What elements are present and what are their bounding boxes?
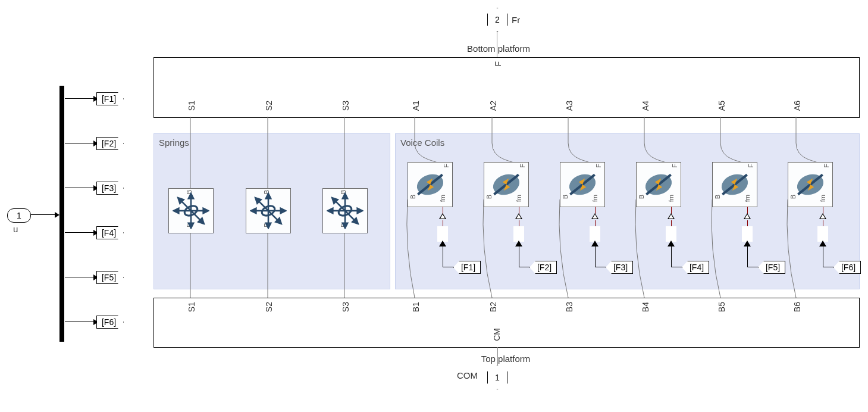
svg-marker-19 <box>251 208 256 213</box>
spring-icon <box>173 192 209 229</box>
vc3-solid-arrow <box>591 241 598 246</box>
spring-block-1: B F <box>168 188 214 233</box>
svg-marker-30 <box>343 223 347 228</box>
tp-b3: B3 <box>565 302 574 312</box>
top-platform-box: S1 S2 S3 B1 B2 B3 B4 B5 B6 CM <box>153 298 860 348</box>
voice-coil-icon <box>488 166 525 203</box>
vc6-conn1b <box>823 220 823 226</box>
vc5-conn1b <box>747 220 748 226</box>
diagram-canvas: 1 u [F1] [F2] [F3] [F4] [F5] [F6] Bottom… <box>0 0 868 412</box>
vc5-solid-arrow <box>744 241 751 246</box>
vc1-conn2 <box>443 246 443 267</box>
vc2-conn1b <box>519 220 519 226</box>
svg-marker-4 <box>189 223 193 228</box>
vc3-converter <box>590 226 600 242</box>
vc4-conn1b <box>671 220 672 226</box>
vc2-open-arrow <box>515 213 522 219</box>
vc2-conn3 <box>519 267 529 267</box>
vc1-converter <box>437 226 448 242</box>
voice-coil-6: F B fm <box>788 162 833 207</box>
voice-coil-icon <box>640 166 677 203</box>
vc3-conn1b <box>595 220 596 226</box>
vc3-conn2 <box>595 246 596 267</box>
vc2-conn2 <box>519 246 519 267</box>
com-label: COM <box>457 370 478 380</box>
vc4-solid-arrow <box>668 241 675 246</box>
vc5-conn3 <box>747 267 758 267</box>
voice-coil-1: F B fm <box>408 162 453 207</box>
vc2-solid-arrow <box>515 241 522 246</box>
voice-coil-3: F B fm <box>560 162 605 207</box>
vc1-conn3 <box>443 267 453 267</box>
vc3-conn3 <box>595 267 606 267</box>
svg-marker-15 <box>266 193 271 198</box>
tp-s3: S3 <box>341 302 350 312</box>
tp-b4: B4 <box>641 302 650 312</box>
spring-icon <box>327 192 364 229</box>
svg-marker-28 <box>343 193 347 198</box>
svg-marker-8 <box>203 208 208 213</box>
svg-marker-17 <box>266 223 271 228</box>
voice-coil-icon <box>716 166 753 203</box>
vc6-open-arrow <box>819 213 826 219</box>
tp-b5: B5 <box>717 302 726 312</box>
svg-marker-2 <box>189 193 193 198</box>
vc5-converter <box>742 226 753 242</box>
voice-coil-5: F B fm <box>712 162 757 207</box>
tp-b6: B6 <box>792 302 802 312</box>
vc5-open-arrow <box>744 213 751 219</box>
tp-b2: B2 <box>488 302 498 312</box>
vc6-conn3 <box>823 267 833 267</box>
vc2-converter <box>513 226 524 242</box>
tp-center-port: CM <box>492 328 502 341</box>
vc4-open-arrow <box>668 213 675 219</box>
vc5-conn2 <box>747 246 748 267</box>
tp-s2: S2 <box>264 302 274 312</box>
voice-coil-icon <box>564 166 601 203</box>
spring-block-3: B F <box>322 188 368 233</box>
tp-s1: S1 <box>187 302 196 312</box>
voice-coil-icon <box>412 166 449 203</box>
vc4-conn2 <box>671 246 672 267</box>
svg-marker-21 <box>281 208 286 213</box>
top-platform-title: Top platform <box>470 354 541 364</box>
voice-coil-4: F B fm <box>636 162 681 207</box>
line-com <box>497 347 498 365</box>
vc6-conn2 <box>823 246 823 267</box>
tp-b1: B1 <box>411 302 421 312</box>
svg-marker-34 <box>358 208 362 213</box>
vc1-conn1b <box>443 220 443 226</box>
voice-coil-2: F B fm <box>484 162 529 207</box>
voice-coil-icon <box>792 166 829 203</box>
vc6-converter <box>817 226 828 242</box>
vc6-solid-arrow <box>819 241 826 246</box>
vc3-open-arrow <box>591 213 598 219</box>
vc4-converter <box>666 226 676 242</box>
vc1-solid-arrow <box>439 241 446 246</box>
spring-icon <box>250 192 287 229</box>
vc4-conn3 <box>671 267 682 267</box>
vc1-open-arrow <box>439 213 446 219</box>
spring-block-2: B F <box>246 188 291 233</box>
svg-marker-6 <box>174 208 178 213</box>
svg-marker-32 <box>328 208 333 213</box>
